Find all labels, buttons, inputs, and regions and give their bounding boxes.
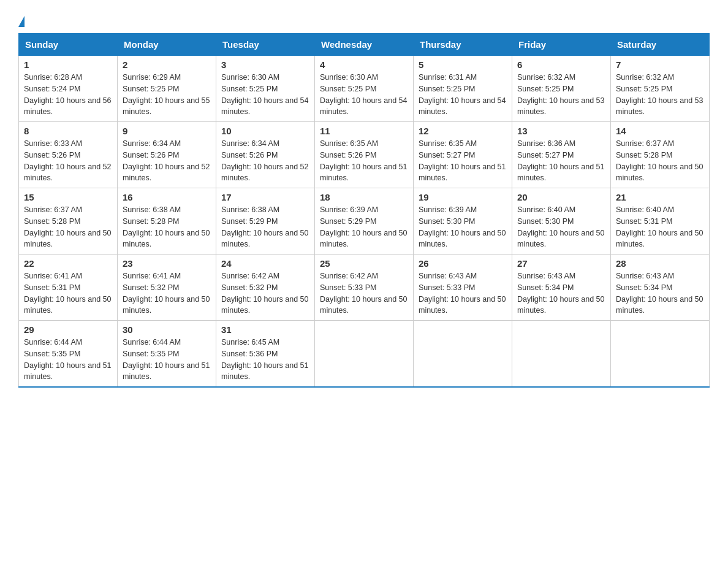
calendar-cell: 7 Sunrise: 6:32 AM Sunset: 5:25 PM Dayli… (611, 55, 710, 122)
day-info: Sunrise: 6:35 AM Sunset: 5:27 PM Dayligh… (419, 138, 507, 184)
day-number: 29 (24, 324, 112, 335)
day-info: Sunrise: 6:35 AM Sunset: 5:26 PM Dayligh… (320, 138, 408, 184)
day-info: Sunrise: 6:37 AM Sunset: 5:28 PM Dayligh… (616, 138, 704, 184)
day-number: 10 (221, 126, 309, 136)
day-number: 5 (419, 59, 507, 70)
calendar-cell: 10 Sunrise: 6:34 AM Sunset: 5:26 PM Dayl… (216, 122, 315, 188)
logo (18, 18, 25, 27)
day-number: 22 (24, 258, 112, 269)
day-info: Sunrise: 6:37 AM Sunset: 5:28 PM Dayligh… (24, 204, 112, 250)
day-header-saturday: Saturday (611, 34, 710, 55)
day-info: Sunrise: 6:43 AM Sunset: 5:33 PM Dayligh… (419, 270, 507, 316)
calendar-cell: 22 Sunrise: 6:41 AM Sunset: 5:31 PM Dayl… (19, 255, 118, 321)
day-info: Sunrise: 6:30 AM Sunset: 5:25 PM Dayligh… (221, 72, 309, 118)
day-number: 9 (123, 126, 211, 136)
calendar-cell: 9 Sunrise: 6:34 AM Sunset: 5:26 PM Dayli… (118, 122, 216, 188)
calendar-cell: 21 Sunrise: 6:40 AM Sunset: 5:31 PM Dayl… (611, 188, 710, 255)
calendar-table: SundayMondayTuesdayWednesdayThursdayFrid… (18, 33, 710, 388)
logo-triangle-icon (18, 16, 25, 27)
calendar-cell: 16 Sunrise: 6:38 AM Sunset: 5:28 PM Dayl… (118, 188, 216, 255)
day-info: Sunrise: 6:41 AM Sunset: 5:31 PM Dayligh… (24, 270, 112, 316)
day-number: 20 (517, 192, 605, 202)
calendar-cell: 30 Sunrise: 6:44 AM Sunset: 5:35 PM Dayl… (118, 321, 216, 388)
day-info: Sunrise: 6:28 AM Sunset: 5:24 PM Dayligh… (24, 72, 112, 118)
calendar-cell: 29 Sunrise: 6:44 AM Sunset: 5:35 PM Dayl… (19, 321, 118, 388)
day-info: Sunrise: 6:40 AM Sunset: 5:31 PM Dayligh… (616, 204, 704, 250)
day-info: Sunrise: 6:29 AM Sunset: 5:25 PM Dayligh… (123, 72, 211, 118)
day-info: Sunrise: 6:39 AM Sunset: 5:30 PM Dayligh… (419, 204, 507, 250)
day-header-tuesday: Tuesday (216, 34, 315, 55)
calendar-cell: 25 Sunrise: 6:42 AM Sunset: 5:33 PM Dayl… (315, 255, 414, 321)
day-header-friday: Friday (512, 34, 611, 55)
day-number: 27 (517, 258, 605, 269)
calendar-cell: 14 Sunrise: 6:37 AM Sunset: 5:28 PM Dayl… (611, 122, 710, 188)
calendar-cell: 4 Sunrise: 6:30 AM Sunset: 5:25 PM Dayli… (315, 55, 414, 122)
day-number: 17 (221, 192, 309, 202)
day-info: Sunrise: 6:32 AM Sunset: 5:25 PM Dayligh… (517, 72, 605, 118)
day-number: 16 (123, 192, 211, 202)
day-info: Sunrise: 6:45 AM Sunset: 5:36 PM Dayligh… (221, 337, 309, 383)
calendar-cell: 12 Sunrise: 6:35 AM Sunset: 5:27 PM Dayl… (414, 122, 512, 188)
day-number: 11 (320, 126, 408, 136)
day-number: 23 (123, 258, 211, 269)
day-number: 6 (517, 59, 605, 70)
day-header-thursday: Thursday (414, 34, 512, 55)
calendar-cell: 5 Sunrise: 6:31 AM Sunset: 5:25 PM Dayli… (414, 55, 512, 122)
day-header-monday: Monday (118, 34, 216, 55)
day-header-wednesday: Wednesday (315, 34, 414, 55)
day-number: 18 (320, 192, 408, 202)
day-number: 1 (24, 59, 112, 70)
day-number: 2 (123, 59, 211, 70)
day-number: 3 (221, 59, 309, 70)
calendar-cell: 18 Sunrise: 6:39 AM Sunset: 5:29 PM Dayl… (315, 188, 414, 255)
day-info: Sunrise: 6:43 AM Sunset: 5:34 PM Dayligh… (616, 270, 704, 316)
day-info: Sunrise: 6:31 AM Sunset: 5:25 PM Dayligh… (419, 72, 507, 118)
day-info: Sunrise: 6:38 AM Sunset: 5:29 PM Dayligh… (221, 204, 309, 250)
calendar-week-row: 22 Sunrise: 6:41 AM Sunset: 5:31 PM Dayl… (19, 255, 710, 321)
day-number: 30 (123, 324, 211, 335)
day-info: Sunrise: 6:33 AM Sunset: 5:26 PM Dayligh… (24, 138, 112, 184)
calendar-cell: 20 Sunrise: 6:40 AM Sunset: 5:30 PM Dayl… (512, 188, 611, 255)
day-number: 4 (320, 59, 408, 70)
calendar-cell: 15 Sunrise: 6:37 AM Sunset: 5:28 PM Dayl… (19, 188, 118, 255)
calendar-cell: 17 Sunrise: 6:38 AM Sunset: 5:29 PM Dayl… (216, 188, 315, 255)
calendar-cell: 3 Sunrise: 6:30 AM Sunset: 5:25 PM Dayli… (216, 55, 315, 122)
calendar-cell: 19 Sunrise: 6:39 AM Sunset: 5:30 PM Dayl… (414, 188, 512, 255)
page-header (18, 12, 710, 27)
day-info: Sunrise: 6:42 AM Sunset: 5:32 PM Dayligh… (221, 270, 309, 316)
day-number: 24 (221, 258, 309, 269)
calendar-cell: 27 Sunrise: 6:43 AM Sunset: 5:34 PM Dayl… (512, 255, 611, 321)
calendar-cell: 2 Sunrise: 6:29 AM Sunset: 5:25 PM Dayli… (118, 55, 216, 122)
day-number: 21 (616, 192, 704, 202)
calendar-cell: 26 Sunrise: 6:43 AM Sunset: 5:33 PM Dayl… (414, 255, 512, 321)
day-info: Sunrise: 6:41 AM Sunset: 5:32 PM Dayligh… (123, 270, 211, 316)
day-number: 31 (221, 324, 309, 335)
calendar-week-row: 1 Sunrise: 6:28 AM Sunset: 5:24 PM Dayli… (19, 55, 710, 122)
calendar-cell (315, 321, 414, 388)
day-info: Sunrise: 6:39 AM Sunset: 5:29 PM Dayligh… (320, 204, 408, 250)
day-number: 26 (419, 258, 507, 269)
calendar-cell (512, 321, 611, 388)
day-info: Sunrise: 6:36 AM Sunset: 5:27 PM Dayligh… (517, 138, 605, 184)
day-number: 25 (320, 258, 408, 269)
day-info: Sunrise: 6:30 AM Sunset: 5:25 PM Dayligh… (320, 72, 408, 118)
day-info: Sunrise: 6:32 AM Sunset: 5:25 PM Dayligh… (616, 72, 704, 118)
day-info: Sunrise: 6:44 AM Sunset: 5:35 PM Dayligh… (24, 337, 112, 383)
calendar-cell: 13 Sunrise: 6:36 AM Sunset: 5:27 PM Dayl… (512, 122, 611, 188)
calendar-cell: 11 Sunrise: 6:35 AM Sunset: 5:26 PM Dayl… (315, 122, 414, 188)
day-info: Sunrise: 6:42 AM Sunset: 5:33 PM Dayligh… (320, 270, 408, 316)
day-info: Sunrise: 6:40 AM Sunset: 5:30 PM Dayligh… (517, 204, 605, 250)
day-info: Sunrise: 6:34 AM Sunset: 5:26 PM Dayligh… (221, 138, 309, 184)
calendar-cell: 23 Sunrise: 6:41 AM Sunset: 5:32 PM Dayl… (118, 255, 216, 321)
day-number: 15 (24, 192, 112, 202)
day-number: 12 (419, 126, 507, 136)
day-number: 19 (419, 192, 507, 202)
calendar-cell (611, 321, 710, 388)
calendar-cell: 6 Sunrise: 6:32 AM Sunset: 5:25 PM Dayli… (512, 55, 611, 122)
calendar-week-row: 8 Sunrise: 6:33 AM Sunset: 5:26 PM Dayli… (19, 122, 710, 188)
day-info: Sunrise: 6:34 AM Sunset: 5:26 PM Dayligh… (123, 138, 211, 184)
calendar-cell: 28 Sunrise: 6:43 AM Sunset: 5:34 PM Dayl… (611, 255, 710, 321)
calendar-header-row: SundayMondayTuesdayWednesdayThursdayFrid… (19, 34, 710, 55)
day-number: 13 (517, 126, 605, 136)
day-info: Sunrise: 6:38 AM Sunset: 5:28 PM Dayligh… (123, 204, 211, 250)
